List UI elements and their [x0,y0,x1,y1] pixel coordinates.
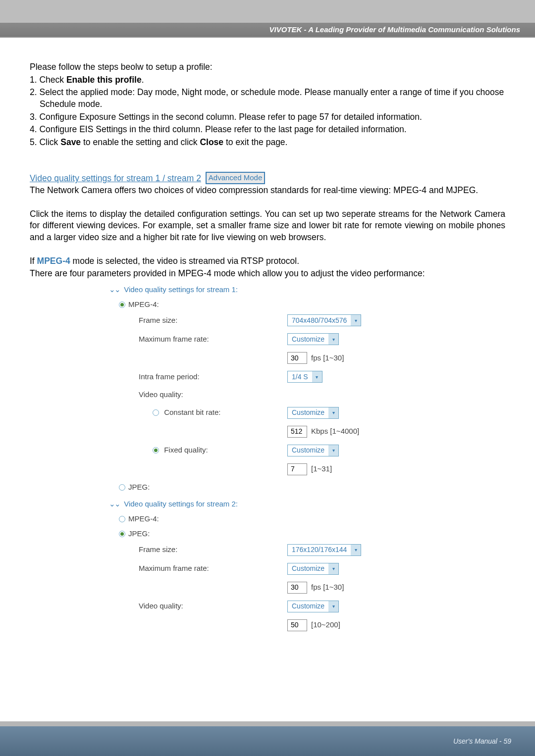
vq2-control: Customize▾ [287,601,416,612]
stream2-title-text: Video quality settings for stream 2: [124,500,238,508]
max-rate2-value: Customize [288,564,328,573]
stream2-jpeg-radio-row[interactable]: JPEG: [119,529,505,539]
video-quality-link[interactable]: Video quality settings for stream 1 / st… [30,173,201,183]
intra-value: 1/4 S [288,372,312,382]
frame-size-control: 704x480/704x576▾ [287,314,416,326]
frame-size-dropdown[interactable]: 704x480/704x576▾ [287,314,361,326]
page-content: Please follow the steps beolw to setup a… [0,38,535,631]
max-rate-dropdown[interactable]: Customize▾ [287,333,339,345]
stream1-title-text: Video quality settings for stream 1: [124,285,238,294]
intra-control: 1/4 S▾ [287,371,416,383]
radio-unselected-icon[interactable] [119,484,125,491]
para-compression: The Network Camera offers two choices of… [30,185,505,197]
chevron-down-icon: ▾ [328,334,338,345]
stream2-jpeg-grid: Frame size: 176x120/176x144▾ Maximum fra… [129,544,505,631]
label-max-frame-rate: Maximum frame rate: [129,334,287,344]
footer-band: User's Manual - 59 [0,726,535,756]
constant-bit-row[interactable]: Constant bit rate: [129,407,287,417]
stream2-title[interactable]: ⌄⌄ Video quality settings for stream 2: [109,499,505,509]
fq-dropdown-row: Customize▾ [287,445,416,456]
intro-text: Please follow the steps beolw to setup a… [30,61,505,73]
radio-unselected-icon[interactable] [153,409,159,416]
vq2-dropdown[interactable]: Customize▾ [287,601,339,612]
max-rate2-input[interactable]: 30 [287,582,307,594]
stream2-jpeg-label: JPEG: [128,529,150,538]
step1-bold: Enable this profile [66,75,142,85]
fq-num-row: 7 [1~31] [287,463,416,475]
stream1-title[interactable]: ⌄⌄ Video quality settings for stream 1: [109,285,505,295]
step5-mid: to enable the setting and click [81,137,200,147]
step-2: 2. Select the applied mode: Day mode, Ni… [40,87,505,110]
label-frame-size: Frame size: [129,315,287,325]
cbr-num-row: 512 Kbps [1~4000] [287,426,416,438]
advanced-mode-badge: Advanced Mode [206,172,265,184]
label-constant-bit: Constant bit rate: [164,408,220,416]
step5-b1: Save [60,137,81,147]
radio-selected-icon[interactable] [153,447,159,454]
footer-gray-strip [0,721,535,726]
mpeg-line: If MPEG-4 mode is selected, the video is… [30,255,505,267]
header-band: VIVOTEK - A Leading Provider of Multimed… [0,23,535,37]
step5-b2: Close [200,137,223,147]
chevron-down-icon: ▾ [328,563,338,574]
step5-pre: 5. Click [30,137,60,147]
chevron-down-icon: ▾ [351,315,361,326]
chevron-down-icon: ▾ [312,371,322,382]
label-video-quality: Video quality: [129,390,287,400]
fq-input[interactable]: 7 [287,463,307,475]
cbr-value: Customize [288,408,328,417]
intra-dropdown[interactable]: 1/4 S▾ [287,371,322,383]
label-fixed-quality: Fixed quality: [164,446,208,454]
stream1-mpeg4-radio-row[interactable]: MPEG-4: [119,300,505,309]
frame-size2-dropdown[interactable]: 176x120/176x144▾ [287,544,361,556]
mpeg-pre: If [30,256,37,266]
max-rate-control: Customize▾ [287,333,416,345]
chevron-down-icon: ⌄⌄ [109,285,120,294]
fq-range: [1~31] [311,464,332,474]
max-rate-range: fps [1~30] [311,353,344,363]
step-1: 1. Check Enable this profile. [30,74,505,86]
frame-size-value: 704x480/704x576 [288,316,351,325]
header-brand-text: VIVOTEK - A Leading Provider of Multimed… [269,25,520,34]
footer-text: User's Manual - 59 [453,737,511,745]
params-line: There are four parameters provided in MP… [30,268,505,280]
section-heading-row: Video quality settings for stream 1 / st… [30,172,505,185]
vq2-input[interactable]: 50 [287,619,307,631]
fq-value: Customize [288,446,328,455]
mpeg-post: mode is selected, the video is streamed … [70,256,299,266]
max-rate2-range: fps [1~30] [311,582,344,592]
fq-dropdown[interactable]: Customize▾ [287,445,339,456]
chevron-down-icon: ▾ [351,545,361,555]
max-rate2-dropdown[interactable]: Customize▾ [287,563,339,575]
step1-pre: 1. Check [30,75,66,85]
stream1-jpeg-radio-row[interactable]: JPEG: [119,482,505,492]
frame-size2-control: 176x120/176x144▾ [287,544,416,556]
frame-size2-value: 176x120/176x144 [288,545,351,554]
stream1-jpeg-label: JPEG: [128,483,150,491]
max-rate-input[interactable]: 30 [287,352,307,364]
top-gray-bar [0,0,535,23]
step-3: 3. Configure Exposure Settings in the se… [30,111,505,123]
label2-frame-size: Frame size: [129,545,287,554]
fixed-quality-row[interactable]: Fixed quality: [129,445,287,455]
radio-selected-icon[interactable] [119,302,125,308]
stream2-mpeg4-radio-row[interactable]: MPEG-4: [119,514,505,524]
stream1-mpeg4-label: MPEG-4: [128,300,159,308]
radio-selected-icon[interactable] [119,531,125,537]
label-intra: Intra frame period: [129,372,287,382]
cbr-dropdown-row: Customize▾ [287,407,416,419]
cbr-input[interactable]: 512 [287,426,307,438]
step1-post: . [142,75,144,85]
radio-unselected-icon[interactable] [119,516,125,522]
step-5: 5. Click Save to enable the setting and … [30,137,505,149]
mpeg-name: MPEG-4 [37,256,70,266]
cbr-dropdown[interactable]: Customize▾ [287,407,339,419]
max-rate2-num-row: 30 fps [1~30] [287,582,416,594]
step5-post: to exit the page. [223,137,287,147]
stream2-mpeg4-label: MPEG-4: [128,514,159,523]
chevron-down-icon: ⌄⌄ [109,500,120,508]
max-rate-num-row: 30 fps [1~30] [287,352,416,364]
para-streams: Click the items to display the detailed … [30,208,505,244]
vq2-value: Customize [288,602,328,611]
cbr-range: Kbps [1~4000] [311,426,359,436]
